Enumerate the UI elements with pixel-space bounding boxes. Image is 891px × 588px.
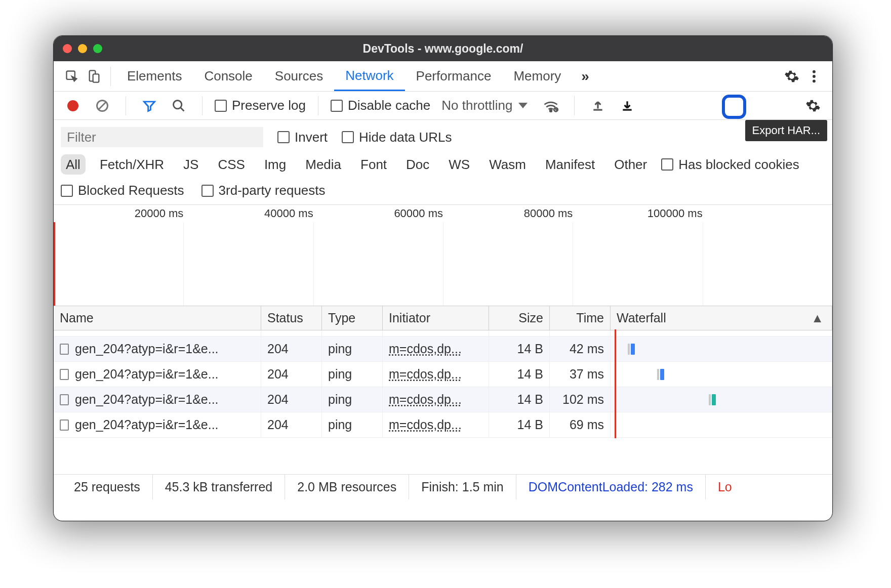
file-icon — [60, 344, 69, 355]
cell-type: ping — [328, 392, 352, 407]
waterfall-load-line — [615, 361, 616, 388]
export-har-icon[interactable] — [616, 95, 638, 117]
window-zoom-icon[interactable] — [93, 44, 102, 53]
filter-type-fetch-xhr[interactable]: Fetch/XHR — [95, 154, 169, 175]
tab-sources[interactable]: Sources — [264, 61, 334, 91]
table-row[interactable]: gen_204?atyp=i&r=1&e...204pingm=cdos,dp.… — [54, 387, 832, 412]
table-row[interactable]: gen_204?atyp=i&r=1&e...204pingm=cdos,dp.… — [54, 337, 832, 362]
filter-type-media[interactable]: Media — [300, 154, 346, 175]
cell-size: 14 B — [517, 367, 543, 382]
hide-data-urls-label: Hide data URLs — [359, 130, 452, 145]
device-toolbar-icon[interactable] — [83, 65, 105, 88]
preserve-log-label: Preserve log — [232, 98, 306, 113]
search-icon[interactable] — [168, 95, 190, 117]
title-bar: DevTools - www.google.com/ — [54, 36, 832, 61]
timeline-overview[interactable]: 20000 ms40000 ms60000 ms80000 ms100000 m… — [54, 205, 832, 306]
kebab-menu-icon[interactable] — [803, 65, 825, 88]
cell-status: 204 — [267, 417, 289, 432]
col-time[interactable]: Time — [550, 306, 611, 330]
file-icon — [60, 394, 69, 405]
cell-name: gen_204?atyp=i&r=1&e... — [75, 392, 219, 407]
tab-elements[interactable]: Elements — [116, 61, 193, 91]
filter-type-other[interactable]: Other — [609, 154, 652, 175]
col-type[interactable]: Type — [322, 306, 383, 330]
sort-arrow-icon: ▲ — [811, 311, 824, 325]
inspect-element-icon[interactable] — [61, 65, 83, 88]
window-title: DevTools - www.google.com/ — [363, 42, 523, 56]
col-name[interactable]: Name — [54, 306, 261, 330]
cell-status: 204 — [267, 392, 289, 407]
col-initiator[interactable]: Initiator — [383, 306, 489, 330]
status-domcontentloaded: DOMContentLoaded: 282 ms — [516, 475, 706, 499]
timeline-tick: 60000 ms — [394, 207, 443, 220]
filter-type-font[interactable]: Font — [355, 154, 392, 175]
filter-type-manifest[interactable]: Manifest — [540, 154, 600, 175]
svg-point-5 — [813, 79, 816, 82]
cell-type: ping — [328, 417, 352, 432]
waterfall-bar — [660, 369, 664, 380]
filter-type-img[interactable]: Img — [259, 154, 291, 175]
settings-gear-icon[interactable] — [781, 65, 803, 88]
col-status[interactable]: Status — [261, 306, 322, 330]
cell-initiator[interactable]: m=cdos,dp... — [389, 367, 462, 382]
preserve-log-checkbox[interactable]: Preserve log — [215, 98, 306, 113]
cell-size: 14 B — [517, 392, 543, 407]
filter-type-css[interactable]: CSS — [213, 154, 250, 175]
waterfall-load-line — [615, 386, 616, 413]
invert-checkbox[interactable]: Invert — [277, 130, 328, 145]
grid-header[interactable]: Name Status Type Initiator Size Time Wat… — [54, 306, 832, 330]
waterfall-wait-bar — [709, 394, 711, 405]
cell-initiator[interactable]: m=cdos,dp... — [389, 392, 462, 407]
has-blocked-cookies-checkbox[interactable]: Has blocked cookies — [661, 157, 799, 173]
record-button[interactable] — [62, 95, 84, 117]
cell-name: gen_204?atyp=i&r=1&e... — [75, 417, 219, 432]
status-bar: 25 requests 45.3 kB transferred 2.0 MB r… — [54, 474, 832, 499]
export-har-tooltip: Export HAR... — [745, 120, 827, 141]
has-blocked-cookies-label: Has blocked cookies — [678, 157, 799, 173]
waterfall-load-line — [615, 411, 616, 438]
hide-data-urls-checkbox[interactable]: Hide data URLs — [342, 130, 452, 145]
window-close-icon[interactable] — [63, 44, 72, 53]
table-row[interactable]: gen_204?atyp=i&r=1&e...204pingm=cdos,dp.… — [54, 362, 832, 387]
filter-icon[interactable] — [138, 95, 160, 117]
window-minimize-icon[interactable] — [78, 44, 87, 53]
filter-input[interactable] — [61, 127, 263, 147]
tab-performance[interactable]: Performance — [405, 61, 503, 91]
svg-rect-2 — [93, 74, 99, 82]
filter-type-all[interactable]: All — [61, 154, 86, 175]
tab-console[interactable]: Console — [193, 61, 263, 91]
status-load: Lo — [706, 475, 744, 499]
cell-initiator[interactable]: m=cdos,dp... — [389, 342, 462, 356]
panel-tabs: ElementsConsoleSourcesNetworkPerformance… — [54, 61, 832, 92]
filter-type-ws[interactable]: WS — [443, 154, 475, 175]
timeline-tick: 20000 ms — [135, 207, 184, 220]
network-settings-gear-icon[interactable] — [802, 95, 824, 117]
invert-label: Invert — [295, 130, 328, 145]
table-row[interactable]: gen_204?atyp=i&r=1&e...204pingm=cdos,dp.… — [54, 412, 832, 438]
import-har-icon[interactable] — [587, 95, 609, 117]
throttling-select[interactable]: No throttling — [441, 98, 528, 113]
cell-status: 204 — [267, 342, 289, 356]
filter-type-doc[interactable]: Doc — [401, 154, 434, 175]
blocked-requests-label: Blocked Requests — [78, 183, 184, 198]
filter-type-js[interactable]: JS — [178, 154, 204, 175]
tab-memory[interactable]: Memory — [502, 61, 572, 91]
svg-point-10 — [550, 110, 552, 112]
network-conditions-icon[interactable] — [540, 95, 562, 117]
network-toolbar: Preserve log Disable cache No throttling — [54, 92, 832, 120]
disable-cache-checkbox[interactable]: Disable cache — [331, 98, 430, 113]
svg-line-9 — [181, 107, 184, 111]
waterfall-wait-bar — [657, 369, 659, 380]
col-waterfall[interactable]: Waterfall▲ — [611, 306, 832, 330]
timeline-load-marker — [54, 222, 55, 306]
third-party-checkbox[interactable]: 3rd-party requests — [201, 183, 326, 198]
cell-waterfall — [611, 387, 832, 412]
blocked-requests-checkbox[interactable]: Blocked Requests — [61, 183, 184, 198]
tab-network[interactable]: Network — [334, 61, 404, 91]
cell-initiator[interactable]: m=cdos,dp... — [389, 417, 462, 432]
filter-type-wasm[interactable]: Wasm — [484, 154, 531, 175]
clear-icon[interactable] — [91, 95, 113, 117]
col-size[interactable]: Size — [489, 306, 550, 330]
tabs-overflow-button[interactable]: » — [572, 68, 598, 85]
requests-grid: Name Status Type Initiator Size Time Wat… — [54, 306, 832, 474]
